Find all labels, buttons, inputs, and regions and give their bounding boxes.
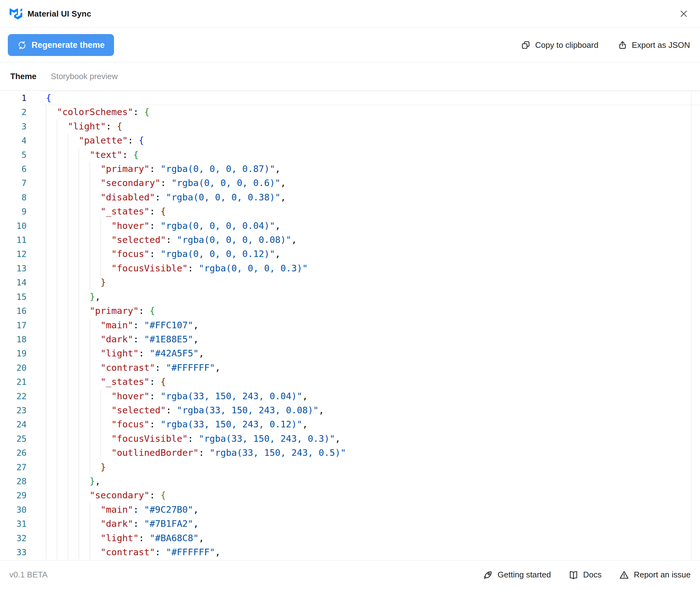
indent-guide — [46, 517, 46, 531]
indent-guide — [79, 417, 79, 431]
code-text: "main": "#9C27B0", — [46, 503, 199, 517]
code-text: "contrast": "#FFFFFF", — [46, 361, 221, 375]
code-line[interactable]: 10"hover": "rgba(0, 0, 0, 0.04)", — [0, 219, 700, 233]
tab-bar: Theme Storybook preview — [0, 62, 700, 91]
indent-guide — [90, 361, 90, 375]
indent-guide — [57, 432, 57, 446]
indent-guide — [57, 290, 57, 304]
code-text: "disabled": "rgba(0, 0, 0, 0.38)", — [46, 190, 286, 204]
indent-guide — [57, 148, 57, 162]
code-text: "focus": "rgba(0, 0, 0, 0.12)", — [46, 247, 281, 261]
indent-guide — [68, 247, 68, 261]
indent-guide — [90, 517, 90, 531]
code-line[interactable]: 12"focus": "rgba(0, 0, 0, 0.12)", — [0, 247, 700, 261]
indent-guide — [79, 488, 79, 503]
indent-guide — [57, 332, 57, 346]
indent-guide — [68, 134, 68, 148]
code-line[interactable]: 14} — [0, 275, 700, 289]
regenerate-theme-button[interactable]: Regenerate theme — [8, 34, 114, 56]
code-line[interactable]: 28}, — [0, 474, 700, 488]
indent-guide — [46, 290, 46, 304]
code-line[interactable]: 4"palette": { — [0, 134, 700, 148]
line-number: 24 — [0, 417, 27, 431]
code-text: "selected": "rgba(33, 150, 243, 0.08)", — [46, 403, 324, 417]
indent-guide — [79, 503, 79, 517]
code-line[interactable]: 18"dark": "#1E88E5", — [0, 332, 700, 346]
code-line[interactable]: 25"focusVisible": "rgba(33, 150, 243, 0.… — [0, 432, 700, 446]
indent-guide — [90, 375, 90, 389]
line-number: 9 — [0, 204, 27, 218]
code-line[interactable]: 32"light": "#BA68C8", — [0, 531, 700, 545]
indent-guide — [46, 105, 46, 119]
toolbar: Regenerate theme Copy to clipboard Expor… — [0, 28, 700, 62]
code-line[interactable]: 21"_states": { — [0, 375, 700, 389]
code-line[interactable]: 6"primary": "rgba(0, 0, 0, 0.87)", — [0, 162, 700, 176]
indent-guide — [68, 162, 68, 176]
indent-guide — [46, 545, 46, 559]
code-line[interactable]: 24"focus": "rgba(33, 150, 243, 0.12)", — [0, 417, 700, 431]
code-text: "selected": "rgba(0, 0, 0, 0.08)", — [46, 233, 297, 247]
code-line[interactable]: 27} — [0, 460, 700, 474]
code-text: "dark": "#1E88E5", — [46, 332, 199, 346]
code-line[interactable]: 8"disabled": "rgba(0, 0, 0, 0.38)", — [0, 190, 700, 204]
indent-guide — [79, 403, 79, 417]
export-as-json-button[interactable]: Export as JSON — [618, 40, 690, 50]
copy-to-clipboard-button[interactable]: Copy to clipboard — [521, 40, 598, 50]
code-line[interactable]: 17"main": "#FFC107", — [0, 318, 700, 332]
code-line[interactable]: 20"contrast": "#FFFFFF", — [0, 361, 700, 375]
tab-theme[interactable]: Theme — [10, 71, 37, 81]
indent-guide — [79, 474, 79, 488]
indent-guide — [79, 204, 79, 218]
indent-guide — [68, 545, 68, 559]
indent-guide — [79, 247, 79, 261]
line-number: 22 — [0, 389, 27, 403]
report-an-issue-link[interactable]: Report an issue — [619, 570, 691, 580]
line-number: 13 — [0, 261, 27, 275]
indent-guide — [90, 432, 90, 446]
docs-link[interactable]: Docs — [569, 570, 602, 580]
indent-guide — [90, 190, 90, 204]
code-line[interactable]: 9"_states": { — [0, 204, 700, 218]
indent-guide — [46, 417, 46, 431]
close-button[interactable] — [677, 7, 691, 21]
code-line[interactable]: 22"hover": "rgba(33, 150, 243, 0.04)", — [0, 389, 700, 403]
code-line[interactable]: 13"focusVisible": "rgba(0, 0, 0, 0.3)" — [0, 261, 700, 275]
code-line[interactable]: 33"contrast": "#FFFFFF", — [0, 545, 700, 559]
indent-guide — [68, 488, 68, 503]
code-line[interactable]: 31"dark": "#7B1FA2", — [0, 517, 700, 531]
code-line[interactable]: 1{ — [0, 91, 700, 105]
code-line[interactable]: 7"secondary": "rgba(0, 0, 0, 0.6)", — [0, 176, 700, 190]
line-number: 15 — [0, 290, 27, 304]
indent-guide — [79, 446, 79, 460]
code-line[interactable]: 30"main": "#9C27B0", — [0, 503, 700, 517]
indent-guide — [90, 531, 90, 545]
indent-guide — [57, 503, 57, 517]
code-line[interactable]: 2"colorSchemes": { — [0, 105, 700, 119]
code-line[interactable]: 29"secondary": { — [0, 488, 700, 503]
code-editor[interactable]: 1{2"colorSchemes": {3"light": {4"palette… — [0, 91, 700, 560]
indent-guide — [57, 346, 57, 361]
indent-guide — [46, 275, 46, 289]
line-number: 27 — [0, 460, 27, 474]
indent-guide — [79, 275, 79, 289]
indent-guide — [46, 318, 46, 332]
code-line[interactable]: 19"light": "#42A5F5", — [0, 346, 700, 361]
code-line[interactable]: 3"light": { — [0, 120, 700, 134]
indent-guide — [68, 460, 68, 474]
editor-scrollbar-edge — [691, 91, 692, 560]
tab-storybook-preview[interactable]: Storybook preview — [51, 71, 118, 81]
code-line[interactable]: 11"selected": "rgba(0, 0, 0, 0.08)", — [0, 233, 700, 247]
material-ui-sync-plugin-window: Material UI Sync Regenerate theme Copy — [0, 0, 700, 589]
getting-started-link[interactable]: Getting started — [483, 570, 551, 580]
indent-guide — [57, 176, 57, 190]
code-line[interactable]: 23"selected": "rgba(33, 150, 243, 0.08)"… — [0, 403, 700, 417]
open-book-icon — [569, 570, 579, 580]
indent-guide — [100, 261, 101, 275]
indent-guide — [57, 318, 57, 332]
code-line[interactable]: 26"outlinedBorder": "rgba(33, 150, 243, … — [0, 446, 700, 460]
code-line[interactable]: 16"primary": { — [0, 304, 700, 318]
code-line[interactable]: 15}, — [0, 290, 700, 304]
code-line[interactable]: 5"text": { — [0, 148, 700, 162]
indent-guide — [46, 190, 46, 204]
getting-started-label: Getting started — [497, 570, 551, 580]
